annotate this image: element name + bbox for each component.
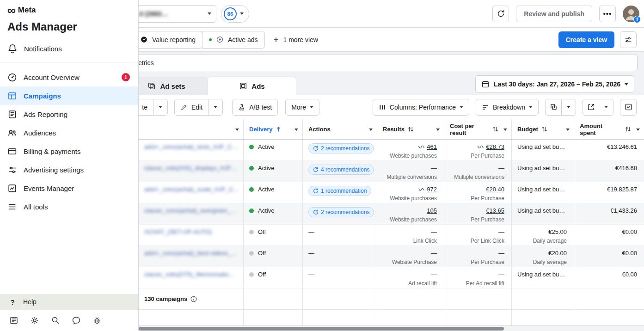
review-and-publish-button[interactable]: Review and publish <box>516 6 592 22</box>
table-row[interactable]: adst+_conv(achat)_tests_HJF_C… Active 2 … <box>139 140 644 161</box>
sidebar-item-ads-reporting[interactable]: Ads Reporting <box>0 105 138 123</box>
metric-value-link[interactable]: 972 <box>427 186 437 193</box>
metric-value-link[interactable]: €28.73 <box>486 143 504 151</box>
recommendations-badge[interactable]: 1 recommendation <box>308 186 371 196</box>
tab-ad-sets[interactable]: Ad sets <box>139 77 208 95</box>
delivery-status-dot <box>249 272 254 277</box>
table-row[interactable]: adst+_conv(achat)_scale_HJF_C… Active 1 … <box>139 182 644 203</box>
duplicate-button-partial[interactable]: te <box>139 99 153 116</box>
column-header-name[interactable] <box>139 119 244 139</box>
view-tab-value-reporting[interactable]: Value reporting <box>139 31 202 49</box>
chevron-down-icon[interactable] <box>436 129 440 131</box>
horizontal-scrollbar[interactable] <box>139 325 644 331</box>
campaign-name-cell: ACHAT_(SET-UP-AUTO) <box>139 225 244 245</box>
chevron-down-icon[interactable] <box>503 129 507 131</box>
date-range-picker[interactable]: Last 30 days: Jan 27, 2026 – Feb 25, 202… <box>475 75 634 93</box>
campaign-name-redacted[interactable]: adst+_conv(achat)_tests_HJF_C… <box>144 143 238 151</box>
sort-icon[interactable] <box>625 126 631 132</box>
sidebar-item-events-manager[interactable]: Events Manager <box>0 179 138 197</box>
campaign-name-redacted[interactable]: adst+_conv(achat)_scale_HJF_C… <box>144 186 239 193</box>
table-row[interactable]: classic_rotts(DT5)_Memorisatio… Off — —A… <box>139 267 644 288</box>
horizontal-scrollbar-thumb[interactable] <box>139 327 504 331</box>
recommendations-badge[interactable]: 2 recommendations <box>308 207 374 217</box>
chat-icon[interactable] <box>72 316 81 325</box>
export-button[interactable] <box>583 99 599 116</box>
metric-value-link[interactable]: 461 <box>427 143 437 151</box>
user-avatar[interactable]: f <box>623 6 639 22</box>
cost-sub: Per Purchase <box>450 152 504 159</box>
sidebar-item-account-overview[interactable]: Account Overview 1 <box>0 68 138 86</box>
updates-icon[interactable] <box>9 316 18 325</box>
metric-empty: — <box>498 165 504 172</box>
sidebar-item-advertising-settings[interactable]: Advertising settings <box>0 160 138 179</box>
columns-button[interactable]: Columns: Performance <box>373 99 469 116</box>
refresh-button[interactable] <box>492 6 509 22</box>
sort-icon[interactable] <box>408 126 414 132</box>
sidebar-item-billing-payments[interactable]: Billing & payments <box>0 142 138 160</box>
metric-empty: — <box>498 271 504 278</box>
notifications-button[interactable]: Notifications <box>0 41 138 62</box>
account-opportunity-score[interactable]: 86 <box>221 5 249 23</box>
more-actions-button[interactable]: More <box>285 99 319 116</box>
search-icon[interactable] <box>51 316 60 325</box>
sidebar-item-all-tools[interactable]: All tools <box>0 197 138 216</box>
charts-button[interactable] <box>620 99 637 116</box>
create-a-view-button[interactable]: Create a view <box>558 31 615 48</box>
view-tab-active-ads[interactable]: Active ads <box>202 31 265 49</box>
column-header-cost-per-result[interactable]: Cost per result <box>444 119 512 139</box>
campaign-name-redacted[interactable]: adst+_conv(achat)_best-videos_… <box>144 250 237 257</box>
cost-sub: Per Ad recall lift <box>450 280 504 287</box>
table-row[interactable]: ACHAT_(SET-UP-AUTO) Off — —Link Click —P… <box>139 225 644 246</box>
metric-value-link[interactable]: €13.65 <box>486 207 504 215</box>
sort-ascending-icon[interactable] <box>276 126 281 132</box>
column-header-delivery[interactable]: Delivery <box>244 119 303 139</box>
chevron-down-icon[interactable] <box>294 129 298 131</box>
column-header-actions[interactable]: Actions <box>303 119 377 139</box>
more-views-button[interactable]: 1 more view <box>272 36 318 43</box>
chevron-down-icon[interactable] <box>369 129 373 131</box>
gear-icon[interactable] <box>30 316 39 325</box>
export-dropdown[interactable] <box>599 99 613 116</box>
help-button[interactable]: ? Help <box>0 294 138 310</box>
results-sub: Website purchases <box>383 216 437 223</box>
sort-icon[interactable] <box>492 126 498 132</box>
table-row[interactable]: classic_conv(achat)_evergreen_… Active 2… <box>139 203 644 225</box>
recommendations-badge[interactable]: 4 recommendations <box>308 165 374 175</box>
edit-button[interactable]: Edit <box>174 99 209 116</box>
sort-icon[interactable] <box>541 126 547 132</box>
column-header-budget[interactable]: Budget <box>512 119 574 139</box>
rules-dropdown[interactable] <box>561 99 576 116</box>
campaign-name-redacted[interactable]: ACHAT_(SET-UP-AUTO) <box>144 228 212 236</box>
search-filter-input[interactable]: etrics <box>139 55 638 71</box>
breakdown-button[interactable]: Breakdown <box>476 99 539 116</box>
sidebar-item-audiences[interactable]: Audiences <box>0 123 138 142</box>
chevron-down-icon[interactable] <box>566 129 570 131</box>
campaign-name-redacted[interactable]: classic_conv(achat)_evergreen_… <box>144 207 237 215</box>
metric-value-link[interactable]: €20.40 <box>486 186 504 193</box>
bug-report-icon[interactable] <box>92 316 102 325</box>
ab-test-button[interactable]: A/B test <box>232 99 278 116</box>
rules-button[interactable] <box>545 99 562 116</box>
campaign-name-redacted[interactable]: classic_rotts(IVG)_displays_HJF… <box>144 165 237 172</box>
recommendations-badge[interactable]: 2 recommendations <box>308 143 374 153</box>
column-header-amount-spent[interactable]: Amount spent <box>574 119 644 139</box>
metric-value-link[interactable]: 105 <box>427 207 437 215</box>
chevron-down-icon[interactable] <box>235 129 239 131</box>
table-row[interactable]: classic_rotts(IVG)_displays_HJF… Active … <box>139 161 644 182</box>
more-options-button[interactable]: ••• <box>599 6 616 22</box>
sidebar-item-campaigns[interactable]: Campaigns <box>0 86 138 105</box>
view-settings-button[interactable] <box>620 31 637 48</box>
chevron-down-icon[interactable] <box>636 129 640 131</box>
tab-ads[interactable]: Ads <box>208 77 296 95</box>
info-icon[interactable] <box>190 296 197 302</box>
column-header-results[interactable]: Results <box>377 119 444 139</box>
campaign-name-cell: classic_rotts(IVG)_displays_HJF… <box>139 161 244 182</box>
budget-value: Using ad set bu… <box>517 143 568 151</box>
ad-account-selector[interactable]: Shopify 2.0 (2983… <box>139 5 216 23</box>
duplicate-dropdown[interactable] <box>153 99 168 116</box>
metric-empty: — <box>498 228 504 236</box>
edit-dropdown[interactable] <box>208 99 223 116</box>
campaign-name-redacted[interactable]: classic_rotts(DT5)_Memorisatio… <box>144 271 235 278</box>
campaign-name-cell: classic_conv(achat)_evergreen_… <box>139 203 244 224</box>
table-row[interactable]: adst+_conv(achat)_best-videos_… Off — —W… <box>139 246 644 267</box>
